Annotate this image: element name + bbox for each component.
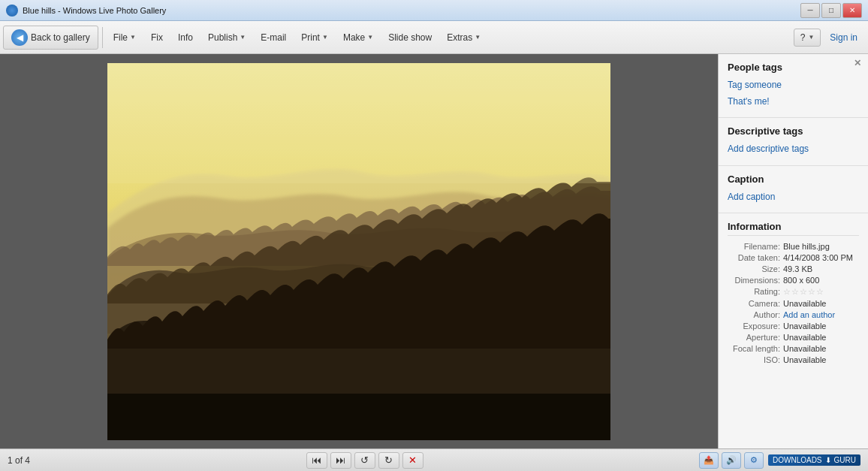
- make-arrow-icon: ▼: [367, 34, 373, 41]
- star-4: ☆: [808, 287, 815, 297]
- iso-label: ISO:: [728, 355, 780, 364]
- photo-count: 1 of 4: [8, 455, 30, 466]
- iso-row: ISO: Unavailable: [728, 355, 859, 364]
- downloads-badge: DOWNLOADS ⬇ GURU: [768, 454, 860, 466]
- publish-arrow-icon: ▼: [240, 34, 246, 41]
- help-arrow-icon: ▼: [808, 34, 814, 41]
- rating-stars[interactable]: ☆ ☆ ☆ ☆ ☆: [783, 287, 859, 297]
- information-title: Information: [728, 221, 859, 236]
- people-tags-title: People tags: [728, 62, 859, 73]
- caption-title: Caption: [728, 174, 859, 185]
- dimensions-value: 800 x 600: [783, 276, 859, 285]
- publish-menu-button[interactable]: Publish ▼: [201, 29, 252, 47]
- rating-row: Rating: ☆ ☆ ☆ ☆ ☆: [728, 287, 859, 297]
- exposure-label: Exposure:: [728, 322, 780, 331]
- size-value: 49.3 KB: [783, 264, 859, 273]
- downloads-arrow-icon: ⬇: [825, 456, 831, 464]
- print-menu-button[interactable]: Print ▼: [294, 29, 335, 47]
- tag-someone-link[interactable]: Tag someone: [728, 77, 859, 94]
- slideshow-label: Slide show: [388, 32, 432, 43]
- size-label: Size:: [728, 264, 780, 273]
- redo-button[interactable]: ↻: [378, 452, 399, 469]
- focal-label: Focal length:: [728, 344, 780, 353]
- camera-label: Camera:: [728, 299, 780, 308]
- add-caption-link[interactable]: Add caption: [728, 189, 859, 206]
- photo-area: [0, 54, 718, 448]
- back-to-gallery-button[interactable]: ◀ Back to gallery: [3, 26, 98, 50]
- file-menu-button[interactable]: File ▼: [107, 29, 143, 47]
- extras-menu-button[interactable]: Extras ▼: [440, 29, 487, 47]
- date-label: Date taken:: [728, 253, 780, 262]
- date-value: 4/14/2008 3:00 PM: [783, 253, 859, 262]
- panel-close-button[interactable]: ✕: [851, 57, 863, 69]
- close-button[interactable]: ✕: [842, 3, 862, 18]
- info-label: Info: [178, 32, 193, 43]
- camera-row: Camera: Unavailable: [728, 299, 859, 308]
- downloads-text: DOWNLOADS: [773, 456, 822, 464]
- maximize-button[interactable]: □: [821, 3, 841, 18]
- back-label: Back to gallery: [31, 32, 90, 43]
- author-row: Author: Add an author: [728, 310, 859, 319]
- svg-rect-2: [107, 63, 610, 183]
- aperture-value: Unavailable: [783, 333, 859, 342]
- filename-row: Filename: Blue hills.jpg: [728, 242, 859, 251]
- extras-label: Extras: [447, 32, 472, 43]
- email-label: E-mail: [261, 32, 286, 43]
- dimensions-label: Dimensions:: [728, 276, 780, 285]
- extras-arrow-icon: ▼: [475, 34, 481, 41]
- main-area: ✕ People tags Tag someone That's me! Des…: [0, 54, 868, 448]
- minimize-button[interactable]: ─: [800, 3, 820, 18]
- add-descriptive-tags-link[interactable]: Add descriptive tags: [728, 141, 859, 158]
- make-menu-button[interactable]: Make ▼: [336, 29, 380, 47]
- star-1: ☆: [783, 287, 791, 297]
- settings-icon-button[interactable]: ⚙: [744, 452, 764, 469]
- fix-label: Fix: [151, 32, 163, 43]
- statusbar-controls: ⏮ ⏭ ↺ ↻ ✕: [306, 452, 423, 469]
- app-icon: [6, 5, 18, 17]
- titlebar-title: Blue hills - Windows Live Photo Gallery: [23, 6, 800, 15]
- exposure-row: Exposure: Unavailable: [728, 322, 859, 331]
- downloads-guru-text: GURU: [834, 456, 856, 464]
- toolbar-divider-1: [102, 27, 103, 48]
- filename-value: Blue hills.jpg: [783, 242, 859, 251]
- titlebar-buttons: ─ □ ✕: [800, 3, 862, 18]
- fix-button[interactable]: Fix: [144, 29, 170, 47]
- star-3: ☆: [800, 287, 807, 297]
- publish-label: Publish: [208, 32, 237, 43]
- information-section: Information Filename: Blue hills.jpg Dat…: [719, 213, 868, 374]
- signin-label: Sign in: [830, 32, 857, 43]
- print-label: Print: [301, 32, 320, 43]
- photo-container: [107, 63, 610, 440]
- first-photo-button[interactable]: ⏮: [306, 452, 327, 469]
- stars-container: ☆ ☆ ☆ ☆ ☆: [783, 287, 824, 297]
- info-icon-button[interactable]: 🔊: [722, 452, 741, 469]
- signin-button[interactable]: Sign in: [822, 29, 865, 46]
- print-arrow-icon: ▼: [322, 34, 328, 41]
- prev-photo-button[interactable]: ⏭: [330, 452, 351, 469]
- toolbar: ◀ Back to gallery File ▼ Fix Info Publis…: [0, 21, 868, 54]
- share-icon-button[interactable]: 📤: [699, 452, 719, 469]
- help-button[interactable]: ? ▼: [794, 29, 821, 47]
- statusbar: 1 of 4 ⏮ ⏭ ↺ ↻ ✕ 📤 🔊 ⚙ DOWNLOADS ⬇ GURU: [0, 448, 868, 471]
- filename-label: Filename:: [728, 242, 780, 251]
- iso-value: Unavailable: [783, 355, 859, 364]
- file-arrow-icon: ▼: [130, 34, 136, 41]
- svg-rect-1: [107, 394, 610, 440]
- email-button[interactable]: E-mail: [254, 29, 293, 47]
- caption-section: Caption Add caption: [719, 166, 868, 214]
- slideshow-button[interactable]: Slide show: [381, 29, 439, 47]
- back-icon: ◀: [11, 29, 28, 46]
- aperture-row: Aperture: Unavailable: [728, 333, 859, 342]
- size-row: Size: 49.3 KB: [728, 264, 859, 273]
- delete-button[interactable]: ✕: [402, 452, 423, 469]
- photo-image: [107, 63, 610, 440]
- undo-button[interactable]: ↺: [354, 452, 375, 469]
- author-value[interactable]: Add an author: [783, 310, 859, 319]
- people-tags-section: People tags Tag someone That's me!: [719, 54, 868, 118]
- info-button[interactable]: Info: [171, 29, 200, 47]
- make-label: Make: [343, 32, 365, 43]
- focal-value: Unavailable: [783, 344, 859, 353]
- statusbar-right: 📤 🔊 ⚙ DOWNLOADS ⬇ GURU: [699, 452, 860, 469]
- thats-me-link[interactable]: That's me!: [728, 94, 859, 110]
- star-2: ☆: [791, 287, 799, 297]
